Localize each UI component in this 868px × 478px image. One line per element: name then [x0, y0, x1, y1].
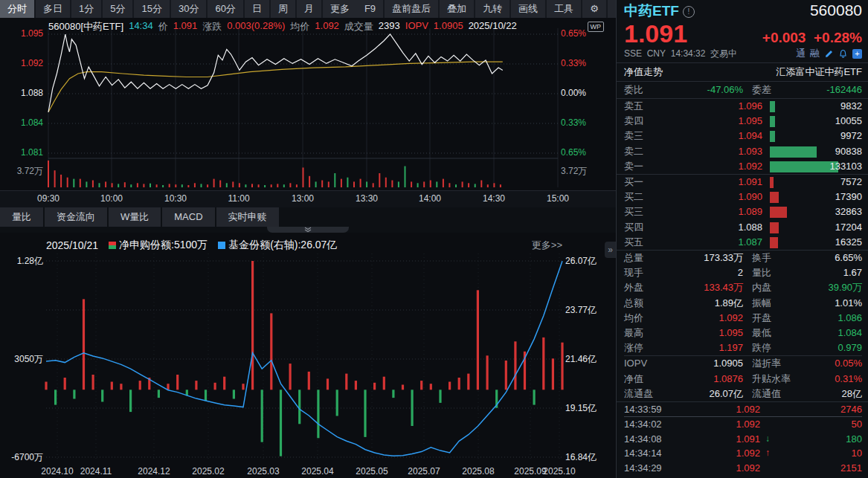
tick-time: 14:34:32 — [624, 475, 684, 478]
book-price: 1.092 — [666, 159, 762, 174]
order-book-row-卖五[interactable]: 卖五1.0969832 — [624, 99, 862, 114]
book-volume: 133103 — [762, 159, 862, 174]
main-chart-y-label: 1.095 — [0, 28, 43, 39]
change-value: 0.003(0.28%) — [227, 20, 285, 33]
volume-value: 2393 — [379, 20, 400, 33]
time-tick-label: 13:00 — [292, 193, 314, 204]
price-label: 价 — [158, 20, 168, 33]
stat-label: 均价 — [624, 311, 666, 326]
time-tick-label: 10:00 — [100, 193, 123, 204]
order-book-row-卖一[interactable]: 卖一1.092133103 — [624, 159, 862, 174]
tick-row[interactable]: 14:34:081.091↓180 — [624, 432, 862, 446]
tick-row[interactable]: 14:34:141.092↑10 — [624, 446, 862, 460]
toolbar-tab-30分[interactable]: 30分 — [171, 0, 206, 18]
more-link[interactable]: 更多>> — [532, 239, 562, 252]
month-label: 2024.12 — [138, 466, 170, 477]
settings-gear-icon[interactable]: ⚙ — [582, 0, 606, 18]
toolbar-tab-周[interactable]: 周 — [271, 0, 295, 18]
change-label: 涨跌 — [202, 20, 222, 33]
fund-full-name: 汇添富中证中药ETF — [776, 65, 862, 79]
order-book-row-买五[interactable]: 买五1.08716325 — [624, 235, 862, 250]
info-icon[interactable]: ! — [683, 6, 695, 18]
stats-grid: 总量173.33万换手6.65%现手2量比1.67外盘133.43万内盘39.9… — [617, 250, 868, 401]
toolbar-item-工具[interactable]: 工具 — [547, 0, 581, 18]
stat-label: 涨停 — [624, 340, 666, 355]
stat-label: 升贴水率 — [743, 372, 800, 387]
toolbar-tab-1分[interactable]: 1分 — [71, 0, 101, 18]
order-book-row-买二[interactable]: 买二1.09017390 — [624, 190, 862, 204]
tab-W量比[interactable]: W量比 — [109, 207, 161, 227]
order-book-row-买一[interactable]: 买一1.0917572 — [624, 175, 862, 190]
time-tick-label: 15:00 — [547, 193, 569, 204]
price-value: 1.091 — [173, 20, 198, 33]
toolbar-tab-5分[interactable]: 5分 — [103, 0, 132, 18]
order-book-row-卖四[interactable]: 卖四1.09510055 — [624, 114, 862, 129]
stat-value: 0.05% — [800, 356, 862, 371]
quote-time: 14:34 — [129, 20, 153, 33]
tick-row[interactable]: 14:34:291.0922151 — [624, 461, 862, 475]
main-chart-y-label: 1.088 — [0, 88, 43, 98]
order-book-row-卖三[interactable]: 卖三1.0949972 — [624, 129, 862, 143]
month-label: 2025.09 — [514, 466, 546, 477]
tick-time: 14:34:29 — [624, 461, 684, 475]
fund-flow-chart[interactable]: 2025/10/21 净申购份额:5100万 基金份额(右轴):26.07亿 更… — [0, 233, 616, 478]
intraday-chart-canvas — [0, 18, 616, 190]
stat-row-均价: 均价1.092开盘1.086 — [624, 311, 862, 326]
book-level-label: 买四 — [624, 220, 666, 235]
stat-label: 总额 — [624, 296, 666, 311]
toolbar-tab-日[interactable]: 日 — [245, 0, 269, 18]
order-book-row-买四[interactable]: 买四1.08817204 — [624, 220, 862, 235]
main-chart-y-label: 1.084 — [0, 117, 43, 128]
tick-row[interactable]: 14:34:321.091↓2 — [624, 475, 862, 478]
tab-资金流向[interactable]: 资金流向 — [45, 207, 107, 227]
toolbar-item-F9[interactable]: F9 — [357, 0, 383, 18]
tab-量比[interactable]: 量比 — [0, 207, 43, 227]
panel-expand-handle[interactable]: » — [605, 242, 616, 258]
collapse-handle[interactable] — [267, 227, 349, 233]
toolbar-tab-15分[interactable]: 15分 — [134, 0, 169, 18]
toolbar-item-叠加[interactable]: 叠加 — [440, 0, 474, 18]
time-tick-label: 13:30 — [356, 193, 378, 204]
toolbar-tab-分时[interactable]: 分时 — [0, 0, 34, 18]
weicha-value: -162446 — [791, 83, 862, 97]
month-label: 2025.02 — [192, 466, 224, 477]
stat-row-外盘: 外盘133.43万内盘39.90万 — [624, 280, 862, 295]
toolbar-item-盘前盘后[interactable]: 盘前盘后 — [385, 0, 438, 18]
nav-trend-label: 净值走势 — [624, 65, 663, 79]
nav-row[interactable]: 净值走势 汇添富中证中药ETF — [617, 63, 868, 82]
pencil-icon[interactable] — [824, 49, 834, 59]
intraday-chart[interactable]: 560080[中药ETF] 14:34 价 1.091 涨跌 0.003(0.2… — [0, 18, 616, 190]
book-price: 1.091 — [666, 175, 762, 190]
month-label: 2025.05 — [356, 466, 388, 477]
tick-volume: 2746 — [775, 402, 862, 416]
book-volume: 16325 — [762, 235, 862, 250]
toolbar-item-九转[interactable]: 九转 — [475, 0, 509, 18]
tick-price: 1.092 — [684, 402, 760, 416]
month-label: 2024.11 — [80, 466, 112, 477]
tab-MACD[interactable]: MACD — [162, 207, 214, 227]
bell-icon[interactable] — [838, 49, 848, 59]
add-icon[interactable]: + — [852, 49, 862, 59]
stat-value: 1.092 — [666, 311, 743, 326]
tick-row[interactable]: 14:33:591.0922746 — [624, 402, 862, 417]
toolbar-tab-多日[interactable]: 多日 — [36, 0, 70, 18]
toolbar-item-画线[interactable]: 画线 — [511, 0, 545, 18]
stat-row-最高: 最高1.095最低1.084 — [624, 326, 862, 340]
order-book-row-买三[interactable]: 买三1.08932863 — [624, 204, 862, 219]
stat-value: 1.67 — [800, 265, 862, 280]
tick-row[interactable]: 14:34:021.09250 — [624, 417, 862, 431]
order-book-row-卖二[interactable]: 卖二1.09390838 — [624, 144, 862, 159]
volume-axis-label: 3.72万 — [561, 165, 587, 178]
wp-window-icon[interactable]: WP — [588, 22, 605, 32]
toolbar-tab-60分[interactable]: 60分 — [208, 0, 242, 18]
quote-code-name: 560080[中药ETF] — [48, 20, 123, 33]
lower-chart-right-label: 19.15亿 — [565, 402, 597, 415]
toolbar-tab-更多[interactable]: 更多 — [323, 0, 357, 18]
stat-label: 流通值 — [743, 387, 800, 401]
tab-实时申赎[interactable]: 实时申赎 — [216, 207, 279, 227]
month-label: 2025.03 — [247, 466, 279, 477]
tick-volume: 2 — [775, 475, 862, 478]
toolbar-tab-月[interactable]: 月 — [297, 0, 321, 18]
book-price: 1.089 — [666, 204, 762, 219]
toolbar-tools: F9盘前盘后叠加九转画线工具⚙?› — [357, 0, 657, 18]
